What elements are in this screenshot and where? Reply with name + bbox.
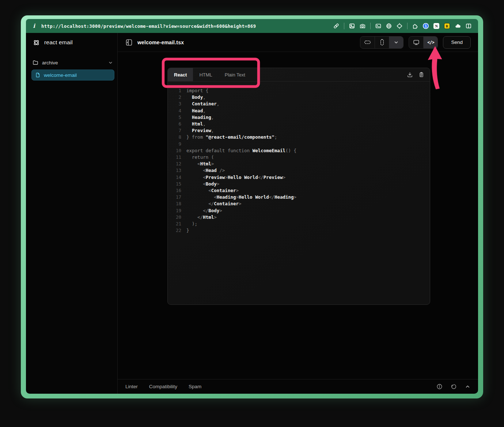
tab-html[interactable]: HTML (193, 68, 218, 81)
link-icon[interactable] (333, 23, 339, 29)
download-icon[interactable] (407, 72, 413, 78)
tab-compatibility[interactable]: Compatibility (149, 384, 177, 389)
copy-clipboard-icon[interactable] (418, 72, 424, 78)
viewport-width-button[interactable] (360, 37, 375, 48)
code-line: 12 <Html> (172, 161, 430, 167)
code-line: 11 return ( (172, 154, 430, 161)
browser-window: i http://localhost:3000/preview/welcome-… (21, 15, 483, 398)
code-line: 1import { (172, 87, 430, 94)
tab-linter[interactable]: Linter (125, 384, 138, 389)
code-lines: 1import {2 Body,3 Container,4 Head,5 Hea… (172, 87, 430, 234)
folder-icon (33, 60, 38, 65)
toolbar-divider (407, 23, 408, 29)
sidebar-toggle-icon[interactable] (125, 39, 133, 46)
code-line: 7 Preview, (172, 127, 430, 134)
sidebar-item-welcome-email[interactable]: welcome-email (31, 70, 114, 80)
notion-icon[interactable]: N (433, 23, 439, 29)
brand-name: react email (44, 39, 73, 46)
viewport-dropdown-button[interactable] (389, 37, 403, 48)
code-line: 2 Body, (172, 94, 430, 101)
code-line: 19 </Body> (172, 207, 430, 214)
split-view-icon[interactable] (466, 23, 471, 29)
code-line: 20 </Html> (172, 214, 430, 221)
code-line: 8} from "@react-email/components"; (172, 134, 430, 141)
code-line: 5 Heading, (172, 114, 430, 121)
code-line: 17 <Heading>Hello World</Heading> (172, 194, 430, 201)
browser-url-bar: i http://localhost:3000/preview/welcome-… (26, 19, 478, 33)
folder-label: archive (42, 60, 58, 65)
browser-toolbar-icons: 1 N R (333, 23, 471, 29)
bottom-bar-icons (436, 383, 470, 390)
sidebar: react email archive (26, 33, 118, 394)
crosshair-icon[interactable] (397, 23, 402, 29)
code-editor[interactable]: 1import {2 Body,3 Container,4 Head,5 Hea… (168, 82, 430, 304)
code-line: 16 <Container> (172, 187, 430, 194)
code-line: 14 <Preview>Hello World</Preview> (172, 174, 430, 181)
preview-mode-button[interactable] (409, 37, 423, 48)
viewport-size-group (360, 36, 403, 49)
sidebar-item-label: welcome-email (44, 72, 77, 78)
viewport-height-button[interactable] (375, 37, 389, 48)
code-panel-header: React HTML Plain Text (168, 68, 430, 82)
toolbar-divider (344, 23, 344, 29)
r-extension-icon[interactable]: R (444, 23, 450, 29)
toolbar-divider (370, 23, 371, 29)
source-code-mode-button[interactable]: </> (423, 37, 437, 48)
chevron-down-icon (108, 60, 113, 65)
sidebar-nav: archive welcome-email (26, 52, 117, 80)
react-email-app: react email archive (26, 33, 478, 394)
bottom-bar: Linter Compatibility Spam (118, 379, 478, 394)
tab-spam[interactable]: Spam (189, 384, 201, 389)
react-email-logo-icon (33, 39, 40, 46)
globe-icon[interactable] (386, 23, 392, 29)
code-line: 13 <Head /> (172, 167, 430, 174)
tab-react[interactable]: React (168, 68, 193, 81)
sidebar-header: react email (26, 33, 117, 52)
main-header: welcome-email.tsx (118, 33, 478, 52)
camera-icon[interactable] (360, 23, 365, 29)
view-mode-group: </> (409, 36, 438, 49)
photo-icon[interactable] (349, 23, 355, 29)
cloud-icon[interactable] (455, 23, 461, 29)
send-button[interactable]: Send (443, 36, 471, 49)
source-code-panel: React HTML Plain Text (167, 68, 430, 305)
header-actions: </> Send (360, 36, 471, 49)
code-line: 22} (172, 227, 430, 234)
screenshot-stage: i http://localhost:3000/preview/welcome-… (0, 0, 504, 427)
terminal-icon[interactable] (375, 23, 381, 29)
sidebar-folder-archive[interactable]: archive (31, 57, 114, 68)
code-panel-actions (407, 68, 430, 81)
code-line: 18 </Container> (172, 201, 430, 207)
url-text[interactable]: http://localhost:3000/preview/welcome-em… (41, 23, 256, 29)
code-line: 10export default function WelcomeEmail()… (172, 147, 430, 154)
code-line: 3 Container, (172, 101, 430, 107)
puzzle-icon[interactable] (412, 23, 418, 29)
code-icon: </> (427, 40, 434, 45)
code-line: 15 <Body> (172, 181, 430, 187)
info-icon[interactable] (436, 383, 443, 390)
main-area: welcome-email.tsx (118, 33, 478, 394)
code-line: 9 (172, 141, 430, 147)
code-line: 6 Html, (172, 121, 430, 127)
page-info-icon[interactable]: i (31, 23, 37, 29)
chevron-up-icon[interactable] (465, 384, 470, 389)
tab-plain-text[interactable]: Plain Text (219, 68, 251, 81)
onepassword-icon[interactable]: 1 (423, 23, 429, 29)
main-content: React HTML Plain Text (118, 52, 478, 379)
reset-icon[interactable] (451, 383, 457, 390)
code-line: 4 Head, (172, 108, 430, 114)
code-line: 21 ); (172, 221, 430, 227)
page-title: welcome-email.tsx (137, 40, 184, 45)
file-icon (35, 72, 40, 78)
